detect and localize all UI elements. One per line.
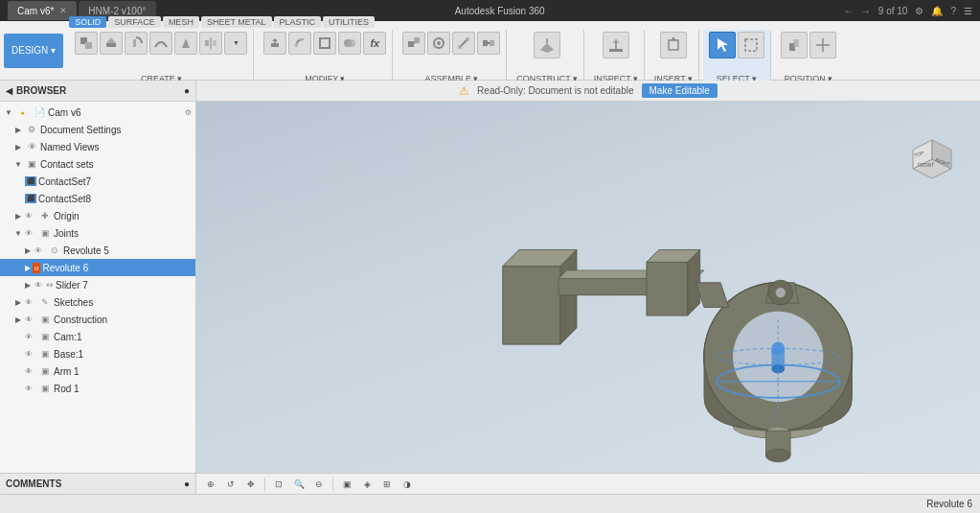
tab-cam-v6-close[interactable]: ✕	[59, 6, 67, 15]
fit-view-icon[interactable]: ⊕	[202, 476, 219, 493]
help-icon[interactable]: ?	[950, 6, 956, 16]
cam-v6-settings[interactable]: ⚙	[185, 108, 192, 117]
eye-origin: 👁	[23, 211, 34, 221]
zoom-fit-icon[interactable]: ⊡	[270, 476, 287, 493]
loft-icon[interactable]	[174, 32, 197, 55]
settings-icon[interactable]: ⚙	[915, 6, 923, 16]
tree-item-joints[interactable]: ▼ 👁 ▣ Joints	[0, 224, 195, 242]
tree-item-contact-sets[interactable]: ▼ ▣ Contact sets	[0, 155, 195, 173]
modify-icons: fx	[263, 32, 386, 55]
fx-icon[interactable]: fx	[363, 32, 386, 55]
notifications-icon[interactable]: 🔔	[931, 6, 943, 16]
tree-item-base1[interactable]: 👁 ▣ Base:1	[0, 345, 195, 362]
fillet-icon[interactable]	[288, 32, 311, 55]
label-origin: Origin	[54, 211, 192, 222]
make-editable-button[interactable]: Make Editable	[642, 83, 718, 98]
svg-rect-4	[133, 39, 136, 47]
window-controls: ← → 9 of 10 ⚙ 🔔 ? ☰	[844, 6, 972, 16]
tree-item-named-views[interactable]: ▶ 👁 Named Views	[0, 138, 195, 155]
zoom-out-icon[interactable]: ⊖	[310, 476, 328, 493]
orbit-icon[interactable]: ↺	[222, 476, 239, 493]
svg-rect-8	[213, 40, 217, 46]
plastic-tab[interactable]: PLASTIC	[274, 16, 322, 28]
visual-style-icon[interactable]: ◈	[358, 476, 376, 493]
design-button[interactable]: DESIGN ▾	[4, 34, 63, 68]
icon-revolute5: ⊙	[48, 244, 61, 257]
sheet-metal-tab[interactable]: SHEET METAL	[201, 16, 272, 28]
solid-tab[interactable]: SOLID	[69, 16, 106, 28]
shadow-icon[interactable]: ◑	[399, 476, 416, 493]
menu-icon[interactable]: ☰	[964, 6, 972, 16]
nav-forward-btn[interactable]: →	[861, 6, 871, 16]
assemble-section: ASSEMBLE▾	[397, 30, 507, 85]
tree-item-sketches[interactable]: ▶ 👁 ✎ Sketches	[0, 293, 195, 311]
svg-rect-1	[85, 42, 92, 49]
3d-model-area[interactable]: FRONT TOP RIGHT	[196, 102, 980, 473]
combine-icon[interactable]	[338, 32, 361, 55]
browser-settings-icon[interactable]: ●	[184, 85, 190, 96]
utilities-tab[interactable]: UTILITIES	[323, 16, 375, 28]
insert-icon[interactable]	[660, 32, 687, 58]
svg-point-20	[458, 45, 462, 49]
mesh-tab[interactable]: MESH	[163, 16, 199, 28]
arrow-doc-settings: ▶	[13, 125, 23, 134]
select-icons	[709, 32, 764, 58]
eye-construction: 👁	[23, 315, 34, 324]
tree-item-rod1[interactable]: 👁 ▣ Rod 1	[0, 380, 195, 397]
create-new-body-icon[interactable]	[75, 32, 98, 55]
tree-item-cam1[interactable]: 👁 ▣ Cam:1	[0, 328, 195, 345]
label-construction: Construction	[54, 315, 192, 325]
svg-text:FRONT: FRONT	[918, 162, 934, 168]
select-tool-icon[interactable]	[709, 32, 736, 58]
mirror-icon[interactable]	[199, 32, 222, 55]
contact-icon[interactable]	[477, 32, 500, 55]
create-icons: ▼	[75, 32, 247, 55]
mid-block	[647, 249, 700, 315]
tree-item-doc-settings[interactable]: ▶ ⚙ Document Settings	[0, 121, 195, 138]
tree-item-revolute5[interactable]: ▶ 👁 ⊙ Revolute 5	[0, 242, 195, 259]
position-extra-icon[interactable]	[809, 32, 836, 58]
construct-plane-icon[interactable]	[534, 32, 560, 58]
select-section: SELECT▾	[703, 30, 771, 85]
sweep-icon[interactable]	[149, 32, 172, 55]
label-joints: Joints	[54, 228, 192, 239]
viewport[interactable]: ⚠ Read-Only: Document is not editable Ma…	[196, 81, 980, 473]
create-more-icon[interactable]: ▼	[224, 32, 247, 55]
tree-item-cam-v6[interactable]: ▼ ⬥ 📄 Cam v6 ⚙	[0, 104, 195, 121]
label-contact-sets: Contact sets	[40, 159, 192, 170]
tree-item-origin[interactable]: ▶ 👁 ✚ Origin	[0, 207, 195, 224]
motion-link-icon[interactable]	[452, 32, 475, 55]
grid-icon[interactable]: ⊞	[378, 476, 396, 493]
new-component-icon[interactable]	[402, 32, 425, 55]
view-cube[interactable]: FRONT TOP RIGHT	[903, 130, 961, 188]
inspect-measure-icon[interactable]	[603, 32, 629, 58]
zoom-in-icon[interactable]: 🔍	[290, 476, 308, 493]
position-icons	[781, 32, 836, 58]
tree-item-construction[interactable]: ▶ 👁 ▣ Construction	[0, 311, 195, 328]
push-pull-icon[interactable]	[263, 32, 286, 55]
select-window-icon[interactable]	[738, 32, 764, 58]
pan-icon[interactable]: ✥	[242, 476, 260, 493]
position-section: POSITION▾	[775, 30, 842, 85]
icon-base1: ▣	[38, 347, 52, 361]
comments-settings-icon[interactable]: ●	[184, 478, 190, 489]
tree-item-revolute6[interactable]: ▶ o Revolute 6	[0, 259, 195, 276]
nav-back-btn[interactable]: ←	[844, 6, 854, 16]
shell-icon[interactable]	[313, 32, 336, 55]
tree-item-slider7[interactable]: ▶ 👁 ⇔ Slider 7	[0, 276, 195, 293]
extrude-icon[interactable]	[100, 32, 123, 55]
position-icon[interactable]	[781, 32, 808, 58]
joint-icon[interactable]	[427, 32, 450, 55]
display-mode-icon[interactable]: ▣	[338, 476, 355, 493]
tree-item-contact-set7[interactable]: ⬛ ContactSet7	[0, 173, 195, 190]
inspect-icons	[603, 32, 629, 58]
icon-cam-v6: ⬥	[15, 105, 29, 119]
svg-marker-45	[647, 262, 688, 315]
browser-collapse-icon[interactable]: ◀	[6, 86, 12, 96]
tree-item-contact-set8[interactable]: ⬛ ContactSet8	[0, 190, 195, 207]
revolve-icon[interactable]	[125, 32, 148, 55]
tree-item-arm1[interactable]: 👁 ▣ Arm 1	[0, 362, 195, 380]
surface-tab[interactable]: SURFACE	[108, 16, 161, 28]
svg-marker-32	[671, 37, 676, 40]
tab-cam-v6[interactable]: Cam v6* ✕	[8, 1, 77, 20]
